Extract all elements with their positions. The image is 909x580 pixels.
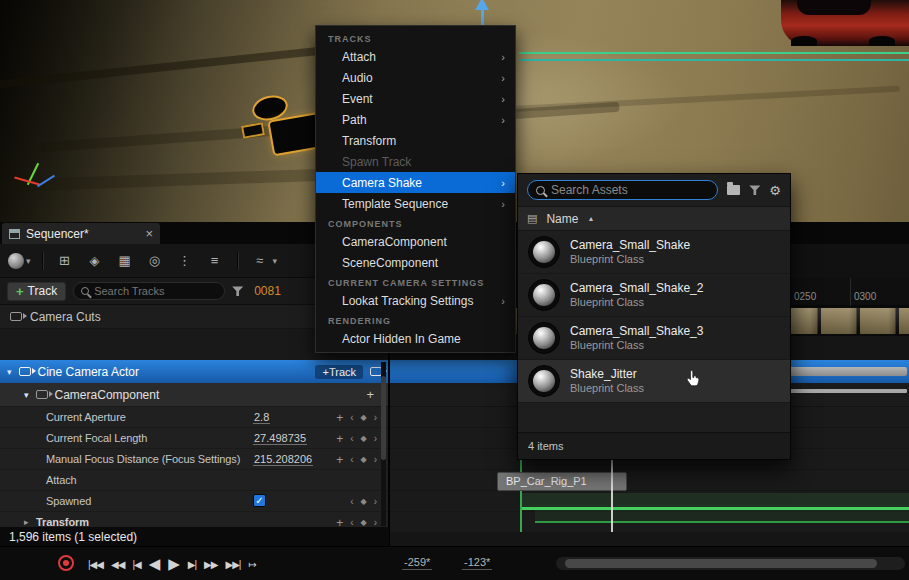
keyframe-diamond-icon[interactable]: ◆: [361, 497, 367, 506]
menu-item-attach[interactable]: Attach ›: [316, 46, 515, 67]
range-start-field[interactable]: -259*: [402, 556, 432, 570]
prev-key-icon[interactable]: ‹: [350, 454, 353, 465]
expander-caret-icon[interactable]: ▸: [24, 517, 29, 527]
sequence-browse-icon[interactable]: ⊞: [54, 253, 76, 268]
timeline-horizontal-scrollbar[interactable]: [556, 557, 905, 570]
outliner-scrollbar[interactable]: [381, 362, 386, 526]
section-bp-car-rig[interactable]: BP_Car_Rig_P1: [497, 472, 627, 491]
filter-icon[interactable]: [749, 185, 760, 196]
filter-icon[interactable]: [232, 286, 243, 297]
folder-icon[interactable]: [727, 185, 740, 195]
current-frame-number[interactable]: 0081: [254, 284, 281, 298]
keyframe-diamond-icon[interactable]: ◆: [361, 434, 367, 443]
step-back-icon[interactable]: |◀: [132, 559, 140, 570]
play-reverse-icon[interactable]: ◀: [149, 555, 161, 573]
expander-caret-icon[interactable]: ▾: [24, 390, 29, 400]
add-track-button[interactable]: + Track: [7, 282, 66, 301]
next-key-icon[interactable]: ›: [374, 433, 377, 444]
jump-to-end-icon[interactable]: ▶▶|: [225, 559, 240, 570]
property-row-manual-focus-distance[interactable]: Manual Focus Distance (Focus Settings) 2…: [0, 449, 389, 470]
asset-row-camera-small-shake[interactable]: Camera_Small_Shake Blueprint Class: [518, 231, 790, 274]
menu-item-label: Actor Hidden In Game: [342, 332, 461, 346]
next-key-icon[interactable]: ▶▶: [204, 559, 217, 570]
next-key-icon[interactable]: ›: [374, 412, 377, 423]
name-column-header[interactable]: Name: [546, 212, 578, 226]
more-options-icon[interactable]: ⋮: [174, 253, 196, 268]
menu-item-label: Event: [342, 92, 373, 106]
expander-caret-icon[interactable]: ▾: [7, 367, 12, 377]
menu-item-scene-component[interactable]: SceneComponent: [316, 252, 515, 273]
property-value-field[interactable]: 215.208206: [253, 453, 313, 466]
property-value-field[interactable]: 27.498735: [253, 432, 307, 445]
property-row-current-focal-length[interactable]: Current Focal Length 27.498735 + ‹ ◆ ›: [0, 428, 389, 449]
submenu-chevron-icon: ›: [501, 114, 505, 126]
search-assets-input[interactable]: [551, 183, 709, 197]
menu-item-label: Audio: [342, 71, 373, 85]
keyframe-options-icon[interactable]: ◈: [84, 253, 106, 268]
previous-key-icon[interactable]: ◀◀: [111, 559, 124, 570]
curve-editor-button[interactable]: ≈ ▾: [249, 253, 278, 268]
scrollbar-thumb[interactable]: [381, 376, 386, 460]
step-forward-icon[interactable]: ▶|: [188, 559, 196, 570]
columns-icon[interactable]: ▤: [527, 212, 537, 225]
render-movie-icon[interactable]: ◎: [144, 253, 166, 268]
property-row-current-aperture[interactable]: Current Aperture 2.8 + ‹ ◆ ›: [0, 407, 389, 428]
menu-item-lookat-tracking-settings[interactable]: Lookat Tracking Settings ›: [316, 290, 515, 311]
property-value-field[interactable]: 2.8: [253, 411, 270, 424]
tab-sequencer[interactable]: Sequencer* ×: [2, 223, 160, 244]
menu-item-template-sequence[interactable]: Template Sequence ›: [316, 193, 515, 214]
viewport-axis-gizmo: [10, 158, 62, 204]
add-key-icon[interactable]: +: [336, 432, 343, 446]
menu-item-path[interactable]: Path ›: [316, 109, 515, 130]
prev-key-icon[interactable]: ‹: [350, 433, 353, 444]
spawned-checkbox[interactable]: ✓: [253, 494, 266, 507]
range-end-field[interactable]: -123*: [462, 556, 492, 570]
red-car-mesh[interactable]: [781, 0, 909, 46]
close-icon[interactable]: ×: [145, 227, 153, 240]
search-tracks-box[interactable]: [73, 282, 225, 300]
search-tracks-input[interactable]: [94, 285, 217, 297]
play-icon[interactable]: ▶: [168, 555, 180, 573]
next-key-icon[interactable]: ›: [374, 454, 377, 465]
section-green-bar[interactable]: [535, 521, 909, 523]
asset-list-header[interactable]: ▤ Name ▲: [518, 206, 790, 231]
track-options-icon[interactable]: ≡: [204, 253, 226, 268]
sequencer-icon: [9, 229, 20, 239]
gear-icon[interactable]: ⚙: [769, 184, 781, 197]
add-section-icon[interactable]: +: [366, 387, 374, 402]
world-selector-button[interactable]: ▾: [8, 253, 31, 269]
keyframe-controls: + ‹ ◆ ›: [336, 407, 377, 428]
asset-row-camera-small-shake-2[interactable]: Camera_Small_Shake_2 Blueprint Class: [518, 274, 790, 317]
add-key-icon[interactable]: +: [336, 453, 343, 467]
scrollbar-thumb[interactable]: [565, 559, 877, 568]
property-label: Attach: [46, 474, 77, 486]
prev-key-icon[interactable]: ‹: [350, 412, 353, 423]
record-button[interactable]: [58, 555, 74, 571]
menu-item-label: Lookat Tracking Settings: [342, 294, 473, 308]
track-row-cine-camera-actor[interactable]: ▾ Cine Camera Actor +Track: [0, 360, 389, 383]
add-track-mini-button[interactable]: +Track: [315, 365, 363, 379]
prev-key-icon[interactable]: ‹: [350, 496, 353, 507]
playback-options-icon[interactable]: ↦: [248, 559, 255, 570]
asset-row-shake-jitter[interactable]: Shake_Jitter Blueprint Class: [518, 360, 790, 403]
menu-item-actor-hidden-in-game[interactable]: Actor Hidden In Game: [316, 328, 515, 349]
property-row-spawned[interactable]: Spawned ✓ ‹ ◆ ›: [0, 491, 389, 512]
filmstrip-icon[interactable]: ▦: [114, 253, 136, 268]
track-row-camera-component[interactable]: ▾ CameraComponent +: [0, 383, 389, 407]
menu-item-transform[interactable]: Transform: [316, 130, 515, 151]
section-start-line: [520, 456, 522, 532]
search-assets-box[interactable]: [527, 180, 718, 200]
asset-row-camera-small-shake-3[interactable]: Camera_Small_Shake_3 Blueprint Class: [518, 317, 790, 360]
keyframe-diamond-icon[interactable]: ◆: [361, 455, 367, 464]
add-key-icon[interactable]: +: [336, 411, 343, 425]
keyframe-diamond-icon[interactable]: ◆: [361, 413, 367, 422]
jump-to-start-icon[interactable]: |◀◀: [88, 559, 103, 570]
menu-item-camera-shake[interactable]: Camera Shake ›: [316, 172, 515, 193]
menu-item-camera-component[interactable]: CameraComponent: [316, 231, 515, 252]
next-key-icon[interactable]: ›: [374, 496, 377, 507]
menu-item-event[interactable]: Event ›: [316, 88, 515, 109]
keyframe-diamond-icon[interactable]: ◆: [361, 518, 367, 527]
menu-item-audio[interactable]: Audio ›: [316, 67, 515, 88]
blueprint-thumbnail: [528, 365, 560, 397]
property-row-attach[interactable]: Attach: [0, 470, 389, 491]
